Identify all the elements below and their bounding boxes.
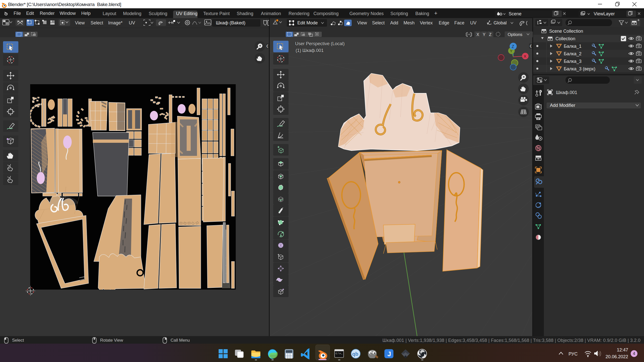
svg-text:РУС: РУС (569, 351, 578, 356)
svg-text:Z: Z (489, 32, 492, 37)
svg-text:Шкаф.001: Шкаф.001 (556, 90, 577, 95)
svg-text:J: J (387, 350, 391, 358)
svg-text:Options: Options (508, 32, 522, 37)
svg-text:Add Modifier: Add Modifier (550, 103, 575, 108)
svg-text:X: X (524, 54, 526, 58)
svg-text:X: X (476, 32, 479, 37)
svg-text:Z: Z (512, 44, 514, 49)
svg-text:Scene Collection: Scene Collection (549, 29, 583, 34)
svg-text:qb: qb (352, 351, 358, 357)
svg-text:Балка_3: Балка_3 (564, 59, 582, 64)
svg-text:Collection: Collection (555, 36, 575, 41)
svg-text:C:\>_: C:\>_ (336, 352, 343, 355)
svg-text:Балка_3 (верх): Балка_3 (верх) (564, 66, 595, 72)
svg-text:Y: Y (483, 32, 486, 37)
svg-text:Балка_2: Балка_2 (564, 51, 582, 57)
svg-text:Балка_1: Балка_1 (564, 44, 582, 49)
